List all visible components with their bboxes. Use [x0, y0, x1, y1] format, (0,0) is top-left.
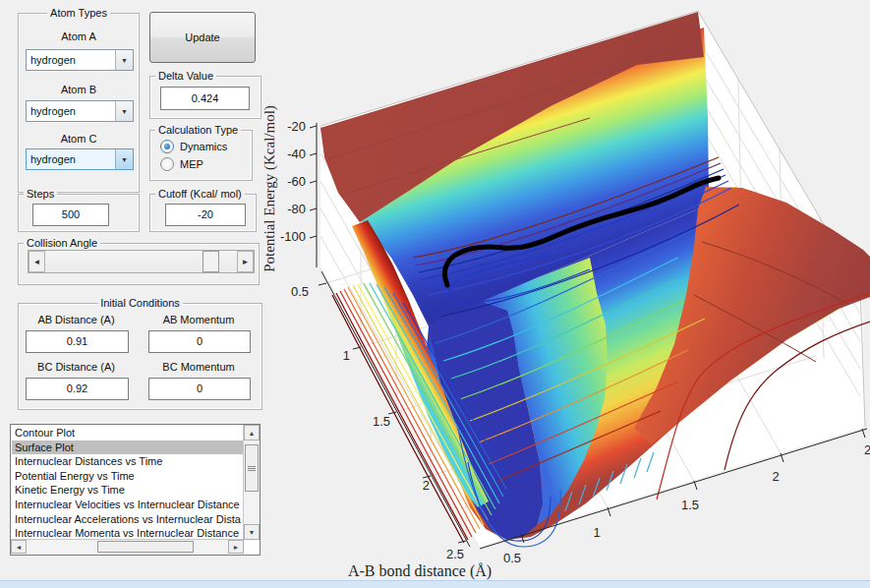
- list-item[interactable]: Internuclear Accelerations vs Internucle…: [12, 512, 243, 527]
- ab-momentum-label: AB Momentum: [148, 314, 249, 325]
- scroll-left-arrow-icon[interactable]: ◄: [11, 540, 27, 554]
- update-button-label: Update: [185, 31, 219, 43]
- dropdown-arrow-icon[interactable]: ▼: [115, 101, 133, 121]
- list-item[interactable]: Kinetic Energy vs Time: [12, 483, 243, 498]
- delta-value-panel: Delta Value 0.424: [149, 76, 261, 119]
- atom-c-label: Atom C: [19, 133, 139, 145]
- atom-a-label: Atom A: [19, 30, 139, 42]
- calculation-type-title: Calculation Type: [155, 124, 241, 136]
- vertical-scrollbar[interactable]: ▲ ▼: [243, 425, 260, 540]
- z-tick: -40: [287, 147, 306, 161]
- surface-plot: -20 -40 -60 -80 -100 0.5 1 1.5 2 2.5 0.5…: [261, 0, 870, 582]
- atom-c-value: hydrogen: [27, 153, 115, 165]
- list-item[interactable]: Contour Plot: [12, 426, 243, 441]
- y-tick: 1: [593, 525, 600, 540]
- y-tick: 0.5: [503, 551, 521, 565]
- ab-distance-label: AB Distance (A): [26, 314, 127, 325]
- x-tick: 2: [423, 478, 430, 493]
- atom-types-title: Atom Types: [47, 7, 110, 19]
- dynamics-radio-row[interactable]: Dynamics: [160, 140, 227, 153]
- cutoff-field[interactable]: -20: [165, 204, 246, 226]
- dynamics-radio[interactable]: [160, 140, 174, 153]
- scroll-down-arrow-icon[interactable]: ▼: [244, 524, 260, 540]
- bottom-window-edge: [0, 580, 870, 588]
- list-item[interactable]: Potential Energy vs Time: [12, 469, 243, 484]
- list-item[interactable]: Internuclear Velocities vs Internuclear …: [12, 498, 243, 512]
- horizontal-scrollbar-thumb[interactable]: [97, 541, 194, 553]
- x-tick: 1.5: [373, 414, 390, 429]
- list-item[interactable]: Internuclear Momenta vs Internuclear Dis…: [12, 526, 243, 539]
- bc-distance-label: BC Distance (A): [26, 361, 127, 373]
- bc-momentum-field[interactable]: 0: [148, 378, 251, 400]
- update-button[interactable]: Update: [149, 12, 256, 63]
- z-tick: -80: [287, 202, 306, 216]
- steps-field[interactable]: 500: [32, 204, 109, 226]
- z-tick: -100: [280, 229, 306, 244]
- z-axis: [310, 123, 317, 267]
- ab-momentum-field[interactable]: 0: [148, 330, 251, 353]
- atom-types-panel: Atom Types Atom A hydrogen ▼ Atom B hydr…: [18, 13, 140, 193]
- y-tick: 1.5: [681, 498, 699, 512]
- z-axis-ticks: -20 -40 -60 -80 -100: [280, 119, 306, 244]
- ab-distance-field[interactable]: 0.91: [26, 330, 129, 353]
- z-tick: -60: [287, 174, 306, 189]
- collision-angle-slider[interactable]: ◄ ►: [28, 250, 255, 273]
- surface-plot-area: -20 -40 -60 -80 -100 0.5 1 1.5 2 2.5 0.5…: [261, 0, 870, 582]
- scroll-up-arrow-icon[interactable]: ▲: [244, 425, 260, 441]
- atom-b-value: hydrogen: [27, 105, 115, 117]
- z-tick: -20: [287, 119, 306, 134]
- collision-angle-slider-track[interactable]: [45, 251, 237, 272]
- surface: [320, 12, 870, 540]
- mep-radio-row[interactable]: MEP: [160, 157, 203, 171]
- plot-type-list-rows: Contour Plot Surface Plot Internuclear D…: [12, 426, 243, 539]
- bc-distance-field[interactable]: 0.92: [26, 378, 129, 400]
- z-axis-label: Potential Energy (Kcal/mol): [261, 105, 278, 272]
- list-item[interactable]: Internuclear Distances vs Time: [12, 454, 243, 469]
- delta-value-field[interactable]: 0.424: [160, 87, 250, 110]
- steps-title: Steps: [24, 188, 57, 200]
- dropdown-arrow-icon[interactable]: ▼: [115, 149, 133, 169]
- delta-value-title: Delta Value: [155, 70, 216, 82]
- x-tick: 0.5: [291, 284, 309, 299]
- collision-angle-title: Collision Angle: [24, 237, 100, 249]
- slider-right-arrow-icon[interactable]: ►: [237, 251, 254, 272]
- atom-b-label: Atom B: [19, 84, 139, 95]
- collision-angle-panel: Collision Angle ◄ ►: [18, 243, 260, 285]
- x-tick: 2.5: [446, 547, 464, 561]
- atom-a-value: hydrogen: [27, 54, 115, 66]
- cutoff-title: Cutoff (Kcal/ mol): [155, 188, 245, 200]
- mep-radio[interactable]: [160, 157, 174, 171]
- dropdown-arrow-icon[interactable]: ▼: [115, 50, 133, 70]
- steps-panel: Steps 500: [18, 194, 140, 232]
- atom-b-dropdown[interactable]: hydrogen ▼: [26, 100, 134, 122]
- plot-type-listbox[interactable]: Contour Plot Surface Plot Internuclear D…: [10, 424, 261, 556]
- initial-conditions-panel: Initial Conditions AB Distance (A) AB Mo…: [18, 303, 262, 410]
- list-item-selected[interactable]: Surface Plot: [12, 441, 243, 455]
- collision-angle-slider-thumb[interactable]: [203, 251, 219, 272]
- slider-left-arrow-icon[interactable]: ◄: [29, 251, 45, 272]
- calculation-type-panel: Calculation Type Dynamics MEP: [149, 130, 253, 181]
- atom-a-dropdown[interactable]: hydrogen ▼: [26, 49, 134, 71]
- x-tick: 1: [343, 348, 350, 363]
- atom-c-dropdown[interactable]: hydrogen ▼: [26, 148, 134, 170]
- y-tick: 2: [772, 469, 779, 484]
- y-tick: 2.: [864, 442, 870, 457]
- cutoff-panel: Cutoff (Kcal/ mol) -20: [149, 194, 257, 232]
- dynamics-radio-label: Dynamics: [180, 141, 227, 152]
- vertical-scrollbar-thumb[interactable]: [245, 444, 259, 492]
- bc-momentum-label: BC Momentum: [148, 361, 249, 373]
- x-axis-label: A-B bond distance (Å): [348, 562, 492, 580]
- horizontal-scrollbar[interactable]: ◄ ►: [11, 539, 244, 555]
- initial-conditions-title: Initial Conditions: [97, 297, 183, 309]
- scroll-right-arrow-icon[interactable]: ►: [228, 540, 244, 554]
- mep-radio-label: MEP: [180, 158, 203, 170]
- pes-dynamics-window: Atom Types Atom A hydrogen ▼ Atom B hydr…: [0, 0, 870, 588]
